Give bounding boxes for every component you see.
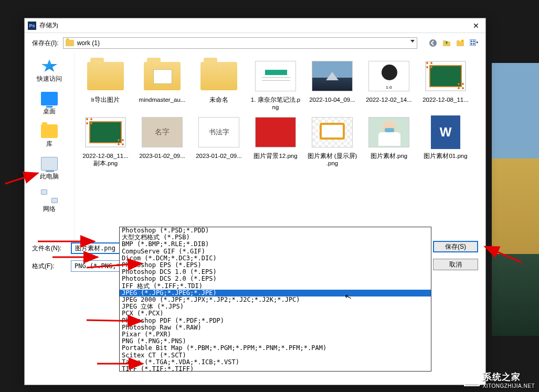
file-thumbnail (197, 57, 241, 95)
libraries-icon (41, 124, 58, 138)
save-button[interactable]: 保存(S) (433, 241, 478, 252)
thispc-icon (41, 157, 58, 171)
file-item[interactable]: W图片素材01.png (418, 113, 473, 167)
file-thumbnail: 名字 (140, 113, 184, 151)
file-thumbnail (83, 57, 128, 95)
file-name: 2022-10-04_09... (309, 96, 355, 103)
file-item[interactable]: 2022-12-08_11... 副本.png (78, 113, 133, 167)
file-name: 图片背景12.png (253, 152, 297, 160)
places-sidebar: 快速访问 桌面 库 此电脑 网络 (25, 53, 75, 240)
format-option[interactable]: JPEG 立体 (*.JPS) (120, 303, 431, 310)
format-option[interactable]: IFF 格式 (*.IFF;*.TDI) (120, 283, 431, 290)
file-list: lr导出图片mindmaster_au...未命名1. 康奈尔笔记法.png20… (75, 53, 485, 240)
file-thumbnail: W (424, 113, 468, 151)
back-icon[interactable] (429, 39, 437, 47)
sidebar-item-label: 库 (46, 140, 52, 149)
watermark-text-en: XITONGZHIJIA.NET (483, 383, 535, 389)
file-name: 2023-01-02_09... (139, 152, 185, 160)
folder-icon (66, 40, 74, 46)
file-item[interactable]: 图片素材 (显示屏) .png (304, 113, 360, 167)
filename-label: 文件名(N): (32, 244, 67, 253)
file-name: lr导出图片 (91, 96, 120, 103)
dialog-title: 存储为 (39, 21, 470, 30)
network-icon (41, 189, 58, 203)
file-item[interactable]: 名字2023-01-02_09... (134, 113, 190, 167)
svg-rect-8 (473, 40, 474, 42)
sidebar-item-label: 此电脑 (40, 172, 59, 181)
svg-point-0 (429, 39, 437, 47)
file-item[interactable]: 1. 康奈尔笔记法.png (248, 57, 303, 111)
file-name: 2022-12-08_11... (422, 96, 469, 103)
file-name: 2022-12-02_14... (366, 96, 412, 103)
file-item[interactable]: mindmaster_au... (134, 57, 190, 111)
format-option[interactable]: Scitex CT (*.SCT) (120, 352, 431, 359)
filename-value: 图片素材.png (75, 244, 115, 253)
file-name: 1. 康奈尔笔记法.png (249, 96, 302, 111)
background-scenery (492, 63, 539, 336)
file-thumbnail: 1-0 (367, 57, 411, 95)
sidebar-item-network[interactable]: 网络 (25, 186, 74, 219)
location-row: 保存在(I): work (1) (25, 33, 485, 53)
format-option[interactable]: Photoshop DCS 2.0 (*.EPS) (120, 276, 431, 282)
file-item[interactable]: 未命名 (191, 57, 247, 111)
sidebar-item-desktop[interactable]: 桌面 (25, 89, 74, 121)
file-thumbnail (310, 57, 354, 95)
file-name: 未命名 (209, 96, 228, 103)
svg-rect-7 (471, 40, 472, 42)
photoshop-icon: Ps (28, 22, 36, 30)
quickaccess-icon (41, 59, 58, 73)
file-item[interactable]: 2022-12-08_11... (418, 57, 473, 111)
file-thumbnail (140, 57, 184, 95)
file-item[interactable]: 图片背景12.png (248, 113, 303, 167)
file-thumbnail (424, 57, 468, 95)
format-option[interactable]: CompuServe GIF (*.GIF) (120, 248, 431, 255)
svg-rect-4 (457, 40, 460, 42)
file-name: 图片素材 (显示屏) .png (306, 152, 358, 167)
file-thumbnail (367, 113, 411, 151)
watermark-text-cn: 系统之家 (483, 371, 535, 383)
file-name: 2022-12-08_11... 副本.png (79, 152, 132, 167)
svg-rect-2 (443, 40, 446, 42)
file-thumbnail (310, 113, 354, 151)
file-item[interactable]: 1-02022-12-02_14... (361, 57, 417, 111)
view-menu-icon[interactable] (470, 39, 478, 47)
svg-rect-10 (473, 43, 474, 45)
location-toolbar (429, 39, 478, 47)
format-option[interactable]: Portable Bit Map (*.PBM;*.PGM;*.PPM;*.PN… (120, 345, 431, 352)
file-name: 图片素材01.png (424, 152, 467, 160)
up-level-icon[interactable] (442, 39, 451, 47)
sidebar-item-label: 桌面 (43, 107, 56, 116)
chevron-down-icon (410, 40, 415, 43)
file-item[interactable]: 2022-10-04_09... (304, 57, 360, 111)
location-label: 保存在(I): (32, 39, 59, 48)
file-body: 快速访问 桌面 库 此电脑 网络 lr导出图片mindmaster_au...未… (25, 53, 485, 240)
location-dropdown[interactable]: work (1) (63, 37, 417, 49)
cancel-button[interactable]: 取消 (433, 259, 478, 270)
file-thumbnail (253, 57, 298, 95)
format-option[interactable]: BMP (*.BMP;*.RLE;*.DIB) (120, 241, 431, 248)
file-item[interactable]: 图片素材.png (361, 113, 417, 167)
format-option[interactable]: TIFF (*.TIF;*.TIFF) (120, 366, 431, 372)
sidebar-item-thispc[interactable]: 此电脑 (25, 154, 74, 186)
sidebar-item-libraries[interactable]: 库 (25, 121, 74, 154)
format-label: 格式(F): (32, 262, 67, 271)
file-item[interactable]: lr导出图片 (78, 57, 133, 111)
svg-rect-9 (471, 43, 472, 45)
location-value: work (1) (77, 39, 100, 47)
format-dropdown-list[interactable]: Photoshop (*.PSD;*.PDD)大型文档格式 (*.PSB)BMP… (119, 227, 431, 372)
new-folder-icon[interactable] (456, 39, 464, 47)
close-button[interactable]: ✕ (470, 20, 482, 31)
sidebar-item-label: 快速访问 (37, 75, 62, 83)
sidebar-item-label: 网络 (43, 205, 56, 214)
file-item[interactable]: 书法字2023-01-02_09... (191, 113, 247, 167)
file-name: 图片素材.png (371, 152, 407, 160)
file-thumbnail (253, 113, 298, 151)
file-grid: lr导出图片mindmaster_au...未命名1. 康奈尔笔记法.png20… (78, 57, 482, 167)
desktop-icon (41, 92, 58, 105)
file-thumbnail (83, 113, 128, 151)
sidebar-item-quickaccess[interactable]: 快速访问 (25, 56, 74, 89)
format-option[interactable]: PCX (*.PCX) (120, 310, 431, 317)
format-option[interactable]: Photoshop PDF (*.PDF;*.PDP) (120, 317, 431, 324)
watermark: 系统之家 XITONGZHIJIA.NET (464, 371, 535, 389)
titlebar: Ps 存储为 ✕ (25, 18, 485, 33)
